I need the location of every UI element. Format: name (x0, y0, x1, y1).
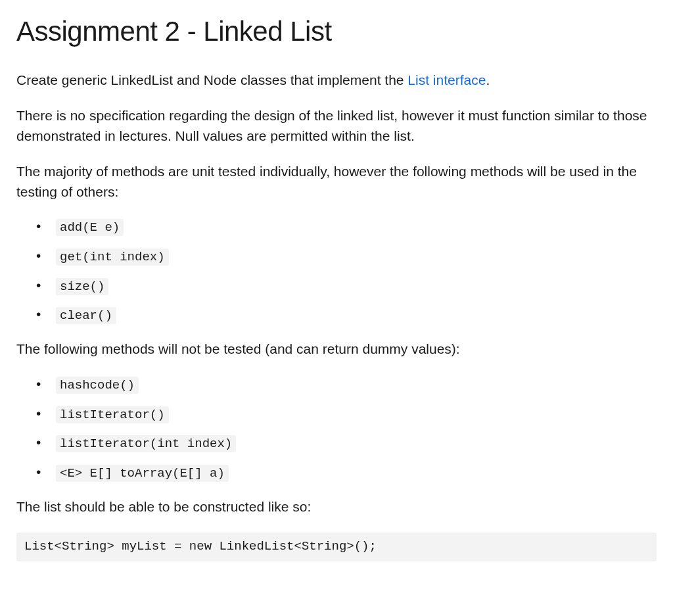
construct-code: List<String> myList = new LinkedList<Str… (24, 539, 377, 554)
intro-suffix: . (486, 72, 490, 87)
method-code: size() (56, 278, 108, 295)
paragraph-construct: The list should be able to be constructe… (16, 497, 657, 517)
method-code: get(int index) (56, 249, 169, 266)
method-code: hashcode() (56, 377, 139, 394)
list-item: size() (36, 277, 657, 295)
method-code: add(E e) (56, 219, 124, 236)
list-item: get(int index) (36, 247, 657, 265)
tested-methods-list: add(E e) get(int index) size() clear() (16, 218, 657, 323)
list-item: <E> E[] toArray(E[] a) (36, 463, 657, 481)
method-code: clear() (56, 307, 116, 324)
list-item: listIterator() (36, 405, 657, 423)
list-item: listIterator(int index) (36, 434, 657, 452)
method-code: listIterator() (56, 406, 169, 423)
paragraph-spec: There is no specification regarding the … (16, 106, 657, 146)
list-interface-link[interactable]: List interface (407, 72, 486, 87)
method-code: <E> E[] toArray(E[] a) (56, 465, 229, 482)
list-item: add(E e) (36, 218, 657, 235)
paragraph-tested-intro: The majority of methods are unit tested … (16, 162, 657, 202)
page-title: Assignment 2 - Linked List (16, 12, 657, 52)
untested-methods-list: hashcode() listIterator() listIterator(i… (16, 375, 657, 481)
method-code: listIterator(int index) (56, 435, 236, 452)
paragraph-untested-intro: The following methods will not be tested… (16, 339, 657, 359)
code-block: List<String> myList = new LinkedList<Str… (16, 533, 657, 561)
list-item: hashcode() (36, 375, 657, 393)
list-item: clear() (36, 306, 657, 323)
intro-prefix: Create generic LinkedList and Node class… (16, 72, 407, 87)
intro-paragraph: Create generic LinkedList and Node class… (16, 70, 657, 90)
